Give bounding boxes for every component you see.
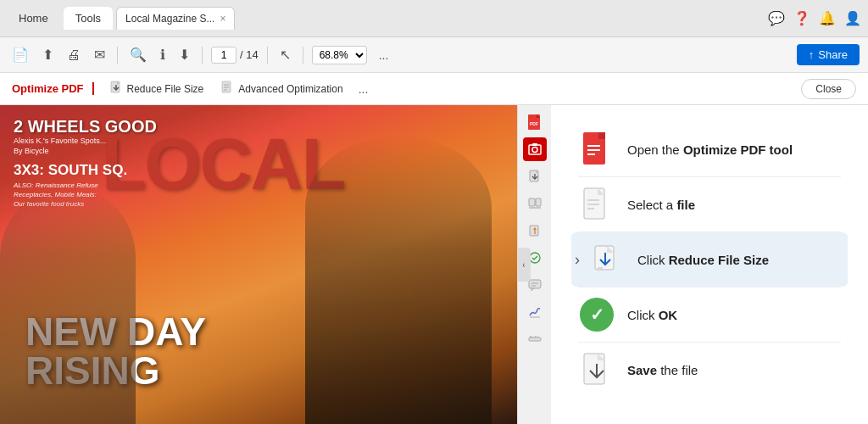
share-label: Share — [818, 48, 848, 61]
sub-alexis: Alexis K.'s Favorite Spots... By Bicycle — [14, 137, 157, 156]
optimize-more-button[interactable]: ... — [353, 81, 374, 98]
page-number-input[interactable] — [211, 47, 236, 64]
optimize-title: Optimize PDF — [12, 82, 94, 95]
reduce-label: Reduce File Size — [127, 83, 204, 95]
new-document-icon[interactable]: 📄 — [8, 43, 32, 66]
pdf-tool-measure[interactable] — [523, 327, 547, 351]
info-icon[interactable]: ℹ — [157, 43, 169, 66]
pdf-tool-scan[interactable] — [523, 137, 547, 161]
nav-icons: 💬 ❓ 🔔 👤 — [768, 10, 861, 26]
person-left-silhouette — [0, 187, 136, 424]
more-tools-button[interactable]: ... — [374, 47, 394, 64]
pdf-tool-export[interactable] — [523, 219, 547, 243]
svg-rect-8 — [529, 145, 541, 154]
step-4-text: Click OK — [627, 306, 677, 324]
headline-2wheels: 2 WHEELS GOOD — [14, 117, 157, 136]
instructions-panel: Open the Optimize PDF tool Select a file — [551, 105, 868, 424]
step-3-text: Click Reduce File Size — [637, 251, 769, 269]
svg-rect-16 — [530, 226, 538, 236]
headline-3x3: 3X3: SOUTH SQ. — [14, 163, 157, 179]
pdf-tool-sign[interactable] — [523, 300, 547, 324]
magazine-cover: 2 WHEELS GOOD Alexis K.'s Favorite Spots… — [0, 105, 517, 424]
zoom-select[interactable]: 68.8% — [312, 46, 367, 64]
chat-icon[interactable]: 💬 — [768, 10, 785, 26]
advanced-icon — [220, 81, 234, 97]
reduce-file-size-button[interactable]: Reduce File Size — [103, 77, 211, 100]
optimize-toolbar: Optimize PDF Reduce File Size Advanced O… — [0, 73, 868, 105]
svg-rect-23 — [529, 338, 541, 341]
page-total-label: / 14 — [240, 48, 259, 61]
svg-rect-29 — [598, 132, 605, 139]
person-right-silhouette — [305, 136, 492, 424]
help-icon[interactable]: ❓ — [793, 10, 810, 26]
zoom-out-icon[interactable]: 🔍 — [126, 43, 150, 66]
separator-4 — [303, 47, 303, 64]
file-tab-label: Local Magazine S... — [125, 13, 214, 25]
svg-rect-13 — [529, 198, 535, 206]
pdf-tool-optimize[interactable] — [523, 165, 547, 188]
svg-rect-14 — [536, 198, 541, 206]
step-1-text: Open the Optimize PDF tool — [627, 141, 793, 159]
share-icon: ↑ — [809, 48, 815, 61]
top-nav: Home Tools Local Magazine S... × 💬 ❓ 🔔 👤 — [0, 0, 868, 37]
reduce-icon — [109, 81, 123, 97]
share-button[interactable]: ↑ Share — [797, 44, 860, 65]
step-1-open-tool: Open the Optimize PDF tool — [571, 122, 848, 176]
step-4-click-ok: ✓ Click OK — [571, 287, 848, 342]
step-2-select-file: Select a file — [571, 177, 848, 232]
account-icon[interactable]: 👤 — [844, 10, 861, 26]
svg-text:PDF: PDF — [530, 121, 538, 126]
advanced-label: Advanced Optimization — [238, 83, 342, 95]
separator-3 — [267, 47, 268, 64]
main-content: 2 WHEELS GOOD Alexis K.'s Favorite Spots… — [0, 105, 868, 424]
main-toolbar: 📄 ⬆ 🖨 ✉ 🔍 ℹ ⬇ / 14 ↖ 68.8% ... ↑ Share — [0, 37, 868, 73]
separator-2 — [202, 47, 203, 64]
print-icon[interactable]: 🖨 — [64, 44, 84, 66]
step-5-save-file: Save the file — [571, 343, 848, 397]
svg-point-9 — [532, 148, 537, 153]
collapse-panel-button[interactable]: ‹ — [517, 248, 531, 282]
pdf-tool-organize[interactable] — [523, 192, 547, 215]
page-controls: / 14 — [211, 47, 259, 64]
notification-icon[interactable]: 🔔 — [819, 10, 836, 26]
upload-icon[interactable]: ⬆ — [39, 43, 57, 66]
step-1-icon — [578, 131, 615, 168]
advanced-optimization-button[interactable]: Advanced Optimization — [214, 77, 349, 100]
cursor-tool-icon[interactable]: ↖ — [276, 43, 294, 66]
step-5-text: Save the file — [627, 361, 698, 379]
pdf-tool-pdf[interactable]: PDF — [523, 110, 547, 134]
step-5-icon — [578, 351, 615, 388]
home-tab[interactable]: Home — [7, 7, 60, 30]
file-tab[interactable]: Local Magazine S... × — [116, 7, 235, 30]
email-icon[interactable]: ✉ — [91, 43, 108, 66]
step-2-text: Select a file — [627, 196, 695, 214]
step-4-icon: ✓ — [578, 296, 615, 333]
step-3-reduce-file-size: › Click Reduce File Size — [571, 232, 848, 287]
separator-1 — [117, 47, 118, 64]
tools-tab[interactable]: Tools — [64, 7, 113, 30]
svg-rect-19 — [529, 280, 541, 288]
download-icon[interactable]: ⬇ — [175, 43, 193, 66]
step-3-icon — [588, 241, 626, 278]
step-3-arrow: › — [575, 251, 580, 269]
pdf-viewer: 2 WHEELS GOOD Alexis K.'s Favorite Spots… — [0, 105, 551, 424]
file-tab-close[interactable]: × — [220, 13, 225, 25]
svg-rect-10 — [532, 143, 537, 146]
check-icon: ✓ — [580, 298, 614, 332]
close-optimize-button[interactable]: Close — [801, 79, 856, 99]
step-2-icon — [578, 186, 615, 223]
